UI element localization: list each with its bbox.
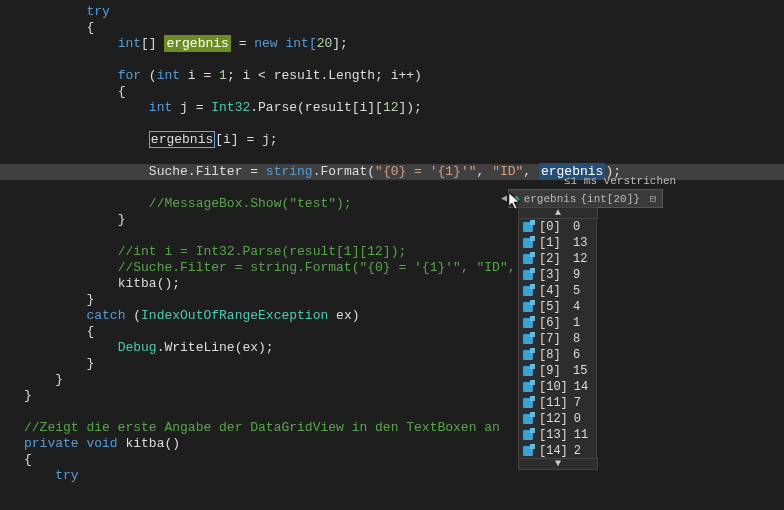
field-icon bbox=[523, 414, 533, 424]
field-icon bbox=[523, 334, 533, 344]
watch-row[interactable]: [5]4 bbox=[519, 299, 596, 315]
pin-icon[interactable]: ⊟ bbox=[650, 192, 657, 205]
variable-icon: ◈ bbox=[513, 192, 520, 205]
watch-row[interactable]: [11]7 bbox=[519, 395, 596, 411]
code-line: //int i = Int32.Parse(result[1][12]); bbox=[0, 244, 784, 260]
code-line: } bbox=[0, 356, 784, 372]
watch-index: [6] bbox=[539, 316, 567, 330]
code-line: } bbox=[0, 372, 784, 388]
watch-scroll-down[interactable]: ▼ bbox=[518, 458, 598, 470]
watch-row[interactable]: [8]6 bbox=[519, 347, 596, 363]
code-line: try bbox=[0, 4, 784, 20]
field-icon bbox=[523, 286, 533, 296]
code-line: } bbox=[0, 388, 784, 404]
field-icon bbox=[523, 398, 533, 408]
watch-index: [0] bbox=[539, 220, 567, 234]
watch-row[interactable]: [3]9 bbox=[519, 267, 596, 283]
watch-index: [3] bbox=[539, 268, 567, 282]
code-line: Debug.WriteLine(ex); bbox=[0, 340, 784, 356]
code-line: //Zeigt die erste Angabe der DataGridVie… bbox=[0, 420, 784, 436]
code-line bbox=[0, 148, 784, 164]
watch-value: 13 bbox=[573, 236, 587, 250]
watch-index: [11] bbox=[539, 396, 568, 410]
tooltip-var-name: ergebnis bbox=[524, 193, 577, 205]
code-line bbox=[0, 404, 784, 420]
watch-value: 12 bbox=[573, 252, 587, 266]
code-line: private void kitba() bbox=[0, 436, 784, 452]
watch-row[interactable]: [13]11 bbox=[519, 427, 596, 443]
field-icon bbox=[523, 254, 533, 264]
watch-value: 8 bbox=[573, 332, 580, 346]
field-icon bbox=[523, 382, 533, 392]
watch-row[interactable]: [0]0 bbox=[519, 219, 596, 235]
watch-value: 4 bbox=[573, 300, 580, 314]
watch-row[interactable]: [7]8 bbox=[519, 331, 596, 347]
code-line: { bbox=[0, 452, 784, 468]
code-line: } bbox=[0, 292, 784, 308]
debug-watch-panel[interactable]: [0]0[1]13[2]12[3]9[4]5[5]4[6]1[7]8[8]6[9… bbox=[518, 218, 597, 460]
field-icon bbox=[523, 222, 533, 232]
watch-row[interactable]: [9]15 bbox=[519, 363, 596, 379]
code-line: catch (IndexOutOfRangeException ex) bbox=[0, 308, 784, 324]
watch-value: 6 bbox=[573, 348, 580, 362]
field-icon bbox=[523, 270, 533, 280]
variable-ergebnis-ref: ergebnis bbox=[149, 131, 215, 148]
code-line: kitba(); bbox=[0, 276, 784, 292]
watch-value: 0 bbox=[574, 412, 581, 426]
field-icon bbox=[523, 366, 533, 376]
field-icon bbox=[523, 430, 533, 440]
watch-index: [9] bbox=[539, 364, 567, 378]
code-line: { bbox=[0, 20, 784, 36]
chevron-up-icon: ▲ bbox=[519, 208, 597, 218]
code-line: try bbox=[0, 468, 784, 484]
watch-index: [4] bbox=[539, 284, 567, 298]
code-line: //MessageBox.Show("test"); bbox=[0, 196, 784, 212]
field-icon bbox=[523, 302, 533, 312]
code-line bbox=[0, 228, 784, 244]
code-editor[interactable]: try { int[] ergebnis = new int[20]; for … bbox=[0, 0, 784, 510]
code-line bbox=[0, 52, 784, 68]
chevron-down-icon: ▼ bbox=[519, 459, 597, 469]
code-line: //Suche.Filter = string.Format("{0} = '{… bbox=[0, 260, 784, 276]
watch-row[interactable]: [1]13 bbox=[519, 235, 596, 251]
watch-index: [8] bbox=[539, 348, 567, 362]
perf-timing-label: ≤1 ms verstrichen bbox=[564, 175, 676, 187]
code-line: { bbox=[0, 324, 784, 340]
watch-row[interactable]: [12]0 bbox=[519, 411, 596, 427]
watch-value: 7 bbox=[574, 396, 581, 410]
code-line: int j = Int32.Parse(result[i][12]); bbox=[0, 100, 784, 116]
field-icon bbox=[523, 238, 533, 248]
code-line: } bbox=[0, 212, 784, 228]
watch-index: [12] bbox=[539, 412, 568, 426]
watch-value: 15 bbox=[573, 364, 587, 378]
watch-value: 0 bbox=[573, 220, 580, 234]
watch-index: [7] bbox=[539, 332, 567, 346]
watch-row[interactable]: [4]5 bbox=[519, 283, 596, 299]
expand-triangle-icon[interactable]: ◀ bbox=[501, 192, 507, 204]
code-line: int[] ergebnis = new int[20]; bbox=[0, 36, 784, 52]
code-line: ergebnis[i] = j; bbox=[0, 132, 784, 148]
code-line bbox=[0, 116, 784, 132]
field-icon bbox=[523, 350, 533, 360]
watch-index: [1] bbox=[539, 236, 567, 250]
code-line: { bbox=[0, 84, 784, 100]
code-line: for (int i = 1; i < result.Length; i++) bbox=[0, 68, 784, 84]
watch-value: 1 bbox=[573, 316, 580, 330]
watch-value: 2 bbox=[574, 444, 581, 458]
field-icon bbox=[523, 446, 533, 456]
watch-row[interactable]: [2]12 bbox=[519, 251, 596, 267]
watch-row[interactable]: [10]14 bbox=[519, 379, 596, 395]
watch-index: [10] bbox=[539, 380, 568, 394]
watch-row[interactable]: [6]1 bbox=[519, 315, 596, 331]
watch-row[interactable]: [14]2 bbox=[519, 443, 596, 459]
tooltip-var-type: {int[20]} bbox=[580, 193, 639, 205]
watch-value: 14 bbox=[574, 380, 588, 394]
field-icon bbox=[523, 318, 533, 328]
watch-value: 9 bbox=[573, 268, 580, 282]
watch-value: 11 bbox=[574, 428, 588, 442]
debug-tooltip[interactable]: ◈ ergebnis {int[20]} ⊟ bbox=[508, 189, 663, 208]
watch-index: [2] bbox=[539, 252, 567, 266]
watch-index: [5] bbox=[539, 300, 567, 314]
variable-ergebnis-decl: ergebnis bbox=[164, 35, 230, 52]
watch-index: [14] bbox=[539, 444, 568, 458]
